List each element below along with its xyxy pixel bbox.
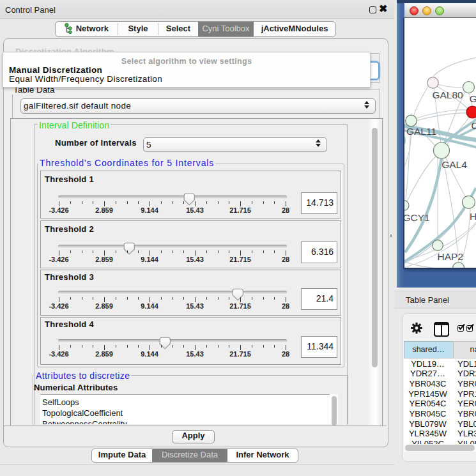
svg-text:GAL4: GAL4 [441,159,467,170]
svg-text:HAP2: HAP2 [438,251,464,262]
svg-text:HI: HI [470,211,476,222]
svg-text:GAL80: GAL80 [432,89,463,100]
svg-text:GAL11: GAL11 [406,126,436,137]
svg-text:CD: CD [472,120,476,131]
svg-text:GCY1: GCY1 [404,212,430,223]
svg-text:GAL: GAL [470,93,476,104]
